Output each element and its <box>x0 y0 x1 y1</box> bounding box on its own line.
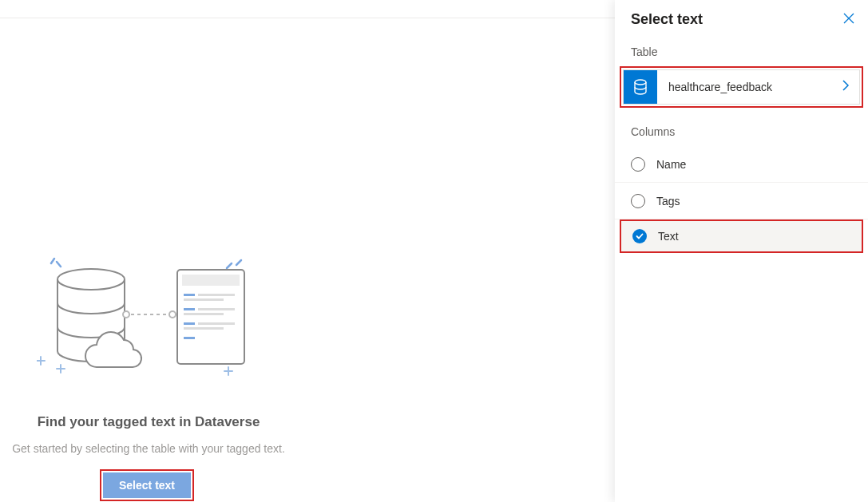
panel-title: Select text <box>631 11 703 28</box>
table-selector-highlight: healthcare_feedback <box>620 66 863 108</box>
database-icon <box>624 70 657 104</box>
column-option-text[interactable]: Text <box>620 219 863 253</box>
radio-empty-icon <box>631 157 645 172</box>
svg-point-10 <box>57 269 125 290</box>
svg-line-2 <box>236 260 241 265</box>
svg-rect-22 <box>184 322 195 325</box>
table-section-label: Table <box>615 28 868 66</box>
columns-section-label: Columns <box>615 108 868 146</box>
chevron-right-icon <box>842 79 859 95</box>
svg-point-13 <box>169 311 176 318</box>
svg-point-26 <box>635 80 646 85</box>
svg-rect-23 <box>198 322 235 325</box>
svg-rect-24 <box>184 327 224 330</box>
main-content: Find your tagged text in Dataverse Get s… <box>0 0 615 502</box>
svg-rect-16 <box>184 294 195 296</box>
table-selector[interactable]: healthcare_feedback <box>623 69 860 105</box>
main-heading: Find your tagged text in Dataverse <box>0 414 297 430</box>
main-subtext: Get started by selecting the table with … <box>0 442 297 455</box>
svg-line-3 <box>227 263 232 268</box>
column-option-name[interactable]: Name <box>615 146 868 183</box>
select-text-button[interactable]: Select text <box>103 472 191 498</box>
radio-selected-icon <box>632 229 647 243</box>
column-option-tags[interactable]: Tags <box>615 183 868 219</box>
svg-line-0 <box>51 259 54 263</box>
svg-rect-17 <box>198 294 235 296</box>
table-name: healthcare_feedback <box>657 81 842 93</box>
svg-rect-20 <box>198 308 235 310</box>
svg-rect-18 <box>184 298 224 301</box>
select-text-button-highlight: Select text <box>100 469 194 501</box>
column-label: Tags <box>656 195 680 208</box>
close-icon[interactable] <box>842 12 855 27</box>
columns-list: Name Tags Text <box>615 146 868 253</box>
column-label: Text <box>658 230 679 243</box>
svg-line-1 <box>57 262 61 267</box>
radio-empty-icon <box>631 194 645 208</box>
svg-rect-19 <box>184 308 195 310</box>
dataverse-illustration <box>37 257 260 377</box>
panel-header: Select text <box>615 8 868 28</box>
svg-rect-25 <box>184 337 195 339</box>
svg-rect-21 <box>184 313 224 315</box>
svg-point-11 <box>123 311 129 318</box>
column-label: Name <box>656 158 686 171</box>
svg-rect-15 <box>182 275 240 286</box>
select-text-panel: Select text Table healthcare_feedback Co… <box>615 0 868 502</box>
